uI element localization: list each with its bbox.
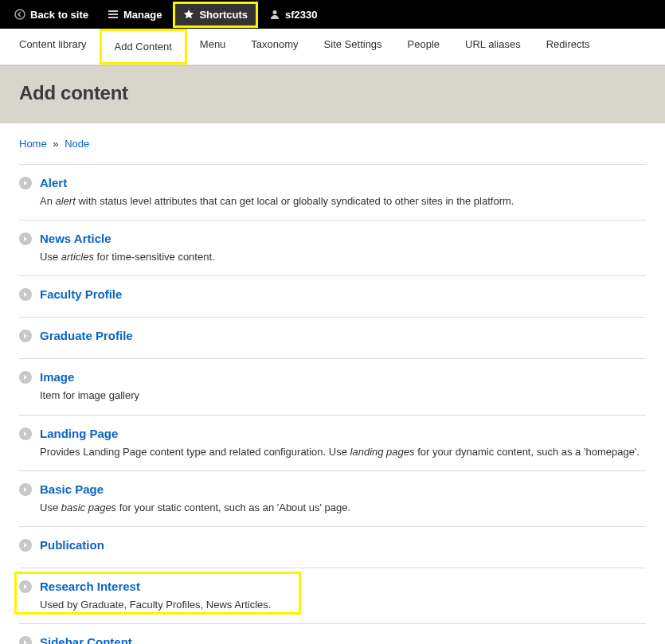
tab-add-content[interactable]: Add Content: [100, 29, 187, 64]
content-type-image[interactable]: Image Item for image gallery: [19, 358, 646, 414]
content-type-description: Use articles for time-sensitive content.: [40, 250, 646, 264]
tab-taxonomy[interactable]: Taxonomy: [238, 29, 311, 64]
chevron-left-icon: [14, 9, 25, 20]
shortcuts-label: Shortcuts: [199, 9, 248, 21]
chevron-right-icon: [19, 636, 32, 644]
content-type-title[interactable]: Landing Page: [40, 427, 118, 440]
tab-content-library[interactable]: Content library: [6, 29, 100, 64]
content-type-description: Item for image gallery: [40, 388, 646, 403]
content-type-title[interactable]: News Article: [40, 232, 111, 245]
content-type-sidebar-content[interactable]: Sidebar Content: [19, 623, 646, 644]
content-type-basic-page[interactable]: Basic Page Use basic pages for your stat…: [19, 470, 646, 526]
breadcrumb: Home » Node: [19, 138, 646, 150]
page-header: Add content: [0, 65, 665, 123]
breadcrumb-home[interactable]: Home: [19, 138, 47, 150]
chevron-right-icon: [19, 330, 32, 342]
content-type-news-article[interactable]: News Article Use articles for time-sensi…: [19, 220, 646, 275]
breadcrumb-node[interactable]: Node: [65, 138, 89, 150]
chevron-right-icon: [19, 483, 32, 496]
content-type-research-interest[interactable]: Research Interest Used by Graduate, Facu…: [19, 568, 646, 623]
content-type-faculty-profile[interactable]: Faculty Profile: [19, 275, 646, 317]
chevron-right-icon: [19, 232, 32, 245]
shortcuts-tabs: Content library Add Content Menu Taxonom…: [0, 29, 665, 65]
username-label: sf2330: [285, 9, 317, 21]
chevron-right-icon: [19, 288, 32, 301]
content-type-title[interactable]: Graduate Profile: [40, 329, 133, 342]
content-type-title[interactable]: Alert: [40, 176, 67, 189]
hamburger-icon: [108, 9, 119, 20]
star-icon: [183, 9, 194, 20]
content-type-title[interactable]: Basic Page: [40, 482, 104, 496]
tab-menu[interactable]: Menu: [187, 29, 239, 64]
user-icon: [269, 9, 280, 20]
tab-url-aliases[interactable]: URL aliases: [452, 29, 534, 64]
back-to-site-button[interactable]: Back to site: [6, 4, 96, 25]
content-type-description: Provides Landing Page content type and r…: [40, 445, 646, 459]
main-content: Home » Node Alert An alert with status l…: [0, 123, 665, 644]
svg-point-0: [15, 10, 25, 19]
chevron-right-icon: [19, 371, 32, 384]
content-type-landing-page[interactable]: Landing Page Provides Landing Page conte…: [19, 415, 646, 470]
svg-point-1: [273, 10, 277, 14]
admin-toolbar: Back to site Manage Shortcuts sf2330: [0, 0, 665, 29]
content-type-alert[interactable]: Alert An alert with status level attribu…: [19, 164, 646, 220]
tab-site-settings[interactable]: Site Settings: [311, 29, 395, 64]
shortcuts-button[interactable]: Shortcuts: [173, 2, 258, 28]
content-type-description: An alert with status level attributes th…: [40, 194, 646, 209]
tab-redirects[interactable]: Redirects: [534, 29, 603, 64]
chevron-right-icon: [19, 580, 32, 593]
user-menu-button[interactable]: sf2330: [261, 4, 325, 25]
manage-button[interactable]: Manage: [100, 4, 170, 25]
page-title: Add content: [19, 82, 646, 104]
content-type-title[interactable]: Research Interest: [40, 580, 140, 593]
content-type-title[interactable]: Image: [40, 370, 74, 384]
content-type-description: Used by Graduate, Faculty Profiles, News…: [40, 598, 646, 612]
chevron-right-icon: [19, 427, 32, 440]
content-type-publication[interactable]: Publication: [19, 526, 646, 568]
content-type-graduate-profile[interactable]: Graduate Profile: [19, 317, 646, 358]
manage-label: Manage: [123, 9, 162, 21]
back-to-site-label: Back to site: [30, 9, 88, 21]
tab-people[interactable]: People: [395, 29, 452, 64]
content-type-title[interactable]: Publication: [40, 538, 104, 552]
content-type-list: Alert An alert with status level attribu…: [19, 164, 646, 644]
content-type-title[interactable]: Faculty Profile: [40, 287, 122, 301]
breadcrumb-separator: »: [49, 138, 61, 150]
chevron-right-icon: [19, 539, 32, 552]
content-type-description: Use basic pages for your static content,…: [40, 501, 646, 515]
chevron-right-icon: [19, 177, 32, 189]
content-type-title[interactable]: Sidebar Content: [40, 635, 132, 644]
